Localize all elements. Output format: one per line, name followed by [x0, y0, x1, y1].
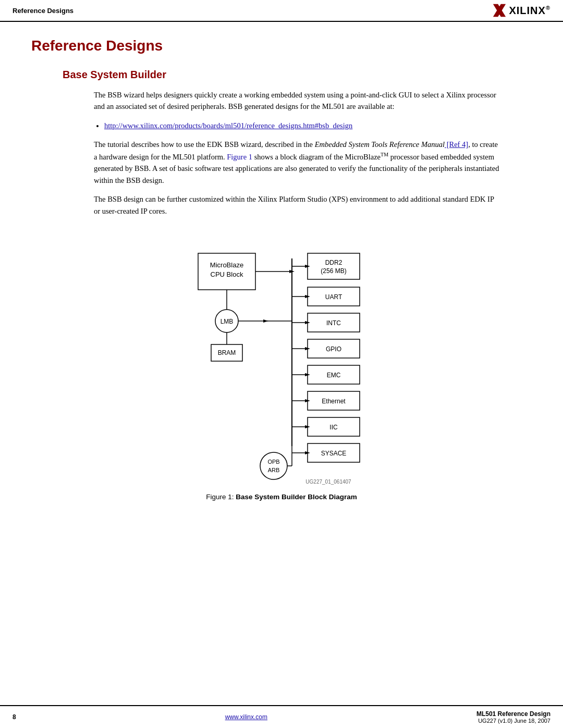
figure-title: Base System Builder Block Diagram: [236, 493, 357, 501]
header-title: Reference Designs: [13, 7, 74, 15]
paragraph-1: The BSB wizard helps designers quickly c…: [94, 89, 500, 113]
page-title: Reference Designs: [31, 38, 532, 56]
footer-right: ML501 Reference Design UG227 (v1.0) June…: [476, 710, 550, 724]
svg-text:ARB: ARB: [268, 467, 280, 473]
paragraph-2: The tutorial describes how to use the ED…: [94, 139, 500, 186]
footer-doc-sub: UG227 (v1.0) June 18, 2007: [476, 718, 550, 724]
svg-text:BRAM: BRAM: [218, 349, 236, 356]
link-list: http://www.xilinx.com/products/boards/ml…: [104, 120, 500, 131]
list-item: http://www.xilinx.com/products/boards/ml…: [104, 120, 500, 131]
svg-text:MicroBlaze: MicroBlaze: [210, 261, 243, 269]
svg-text:DDR2: DDR2: [325, 259, 342, 266]
xilinx-logo-icon: [492, 3, 507, 18]
svg-text:UART: UART: [325, 293, 342, 301]
figure-label: Figure 1:: [206, 493, 234, 501]
svg-text:INTC: INTC: [326, 319, 341, 327]
section-title: Base System Builder: [63, 69, 532, 81]
svg-point-50: [260, 452, 287, 479]
paragraph-3: The BSB design can be further customized…: [94, 193, 500, 217]
svg-text:SYSACE: SYSACE: [321, 450, 347, 457]
svg-text:IIC: IIC: [329, 424, 338, 431]
figure-container: MicroBlaze CPU Block DDR2 (256 MB) UART: [31, 232, 532, 501]
svg-text:CPU Block: CPU Block: [211, 270, 243, 278]
xilinx-logo-text: XILINX®: [509, 5, 550, 17]
figure1-link[interactable]: Figure 1: [227, 153, 252, 161]
svg-text:OPB: OPB: [267, 459, 279, 465]
svg-text:Ethernet: Ethernet: [322, 398, 346, 405]
page-content: Reference Designs Base System Builder Th…: [0, 22, 563, 553]
svg-text:UG227_01_061407: UG227_01_061407: [305, 479, 351, 485]
trademark-sup: TM: [381, 152, 388, 157]
xilinx-logo: XILINX®: [492, 3, 550, 18]
footer-doc-title: ML501 Reference Design: [476, 710, 550, 718]
bsb-link[interactable]: http://www.xilinx.com/products/boards/ml…: [104, 121, 352, 130]
figure-caption: Figure 1: Base System Builder Block Diag…: [206, 493, 357, 501]
svg-text:EMC: EMC: [327, 372, 341, 379]
footer: 8 www.xilinx.com ML501 Reference Design …: [0, 705, 563, 728]
svg-text:(256 MB): (256 MB): [321, 267, 346, 275]
ref4-link[interactable]: [Ref 4]: [445, 140, 468, 149]
block-diagram-svg: MicroBlaze CPU Block DDR2 (256 MB) UART: [182, 232, 381, 488]
header: Reference Designs XILINX®: [0, 0, 563, 22]
svg-rect-9: [308, 253, 360, 279]
svg-text:GPIO: GPIO: [326, 346, 341, 353]
svg-text:LMB: LMB: [221, 318, 234, 325]
footer-url[interactable]: www.xilinx.com: [225, 713, 267, 721]
book-title: Embedded System Tools Reference Manual: [315, 140, 445, 149]
footer-page: 8: [13, 713, 16, 721]
